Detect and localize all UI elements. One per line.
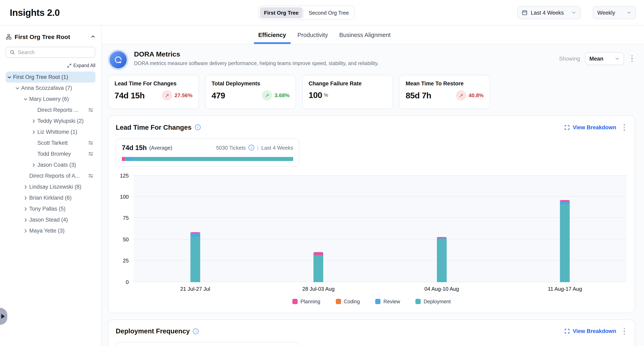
phase-segment-planning [122,157,125,161]
deployment-frequency-kebab-menu-icon[interactable] [621,326,627,336]
search-input[interactable] [18,49,91,55]
filter-sliders-icon[interactable] [88,151,94,156]
chevron-right-icon[interactable] [22,195,29,200]
legend-swatch-coding [336,299,341,304]
org-toggle-second-org-tree[interactable]: Second Org Tree [305,7,353,18]
metric-card-value: 100 [308,90,322,100]
gridline [134,260,626,261]
metric-card-value-row: 74d 15h↗27.56% [114,90,192,100]
lead-time-kebab-menu-icon[interactable] [621,122,627,132]
chevron-down-icon[interactable] [22,97,29,101]
info-icon[interactable]: i [195,125,200,130]
filter-sliders-icon[interactable] [88,107,94,113]
gridline [134,282,626,282]
main-content: EfficiencyProductivityBusiness Alignment… [102,26,644,346]
summary-suffix: (Average) [149,144,172,151]
expand-corners-icon [564,329,570,334]
legend-label: Review [384,299,400,304]
metric-card-unit: % [324,92,328,98]
tree-item-label: Lindsay Liszewski (8) [29,184,82,190]
dashboard-content: DORA Metrics DORA metrics measure softwa… [102,44,644,346]
tree-item-teddy-wylupski-2[interactable]: Teddy Wylupski (2) [6,115,96,126]
summary-meta: 5030 Tickets i | Last 4 Weeks [216,144,293,151]
tree-item-label: Jason Coats (3) [37,162,76,168]
view-breakdown-link[interactable]: View Breakdown [564,124,616,130]
trend-up-arrow-icon: ↗ [162,90,172,100]
metric-card-change-failure-rate: Change Failure Rate100% [302,75,393,109]
tree-item-direct-reports-of-a[interactable]: Direct Reports of A... [6,170,96,181]
tree-item-label: First Org Tree Root (1) [13,74,68,80]
stacked-bar-28-jul-03-aug[interactable] [314,252,324,282]
gridline [134,218,626,218]
tree-item-jason-coats-3[interactable]: Jason Coats (3) [6,159,96,170]
date-range-value: Last 4 Weeks [531,10,564,16]
aggregation-select[interactable]: Mean [585,52,624,65]
deployment-summary-card [116,342,299,346]
filter-sliders-icon[interactable] [88,140,94,145]
sidebar-collapse-chevron-up-icon[interactable] [90,34,96,39]
chevron-right-icon[interactable] [22,217,29,222]
info-icon[interactable]: i [248,145,254,150]
chevron-right-icon[interactable] [22,206,29,211]
date-range-select[interactable]: Last 4 Weeks [517,6,581,19]
chevron-down-icon[interactable] [14,86,21,90]
tree-item-tony-pallas-5[interactable]: Tony Pallas (5) [6,203,96,214]
tree-item-scott-tarkett[interactable]: Scott Tarkett [6,137,96,148]
filter-sliders-icon[interactable] [88,173,94,179]
tickets-count: 5030 Tickets [216,144,246,151]
tree-item-todd-bromley[interactable]: Todd Bromley [6,148,96,159]
chevron-right-icon[interactable] [22,184,29,189]
tree-item-lindsay-liszewski-8[interactable]: Lindsay Liszewski (8) [6,181,96,192]
lead-time-panel-header: Lead Time For Changes i View Breakdown [116,122,627,132]
tree-item-jason-stead-4[interactable]: Jason Stead (4) [6,214,96,225]
y-axis-label: 75 [123,215,129,221]
legend-swatch-review [376,299,381,304]
view-breakdown-link[interactable]: View Breakdown [564,328,616,334]
legend-swatch-planning [292,299,298,304]
chevron-right-icon[interactable] [30,129,37,134]
metric-card-value: 74d 15h [114,90,145,100]
dora-description: DORA metrics measure software delivery p… [134,61,379,66]
tree-item-label: Tony Pallas (5) [29,206,66,212]
x-axis-label: 21 Jul-27 Jul [134,286,257,292]
org-tree-toggle: First Org Tree Second Org Tree [258,6,355,20]
legend-item-coding: Coding [336,299,360,304]
view-breakdown-label: View Breakdown [573,124,616,130]
tab-efficiency[interactable]: Efficiency [252,26,292,44]
org-tree: First Org Tree Root (1)Anna Scozzafava (… [6,72,96,236]
top-bar: Insights 2.0 First Org Tree Second Org T… [0,0,644,25]
stacked-bar-21-jul-27-jul[interactable] [190,232,200,282]
stacked-bar-04-aug-10-aug[interactable] [437,237,447,282]
meta-divider: | [257,144,258,151]
bar-segment-deployment [437,238,447,282]
info-icon[interactable]: i [193,328,199,334]
tab-productivity[interactable]: Productivity [292,26,334,44]
stacked-bar-11-aug-17-aug[interactable] [560,200,570,282]
bar-segment-deployment [314,256,324,282]
org-toggle-first-org-tree[interactable]: First Org Tree [260,7,303,18]
dora-cycle-icon [110,51,127,68]
expand-all-button[interactable]: Expand All [6,63,96,68]
legend-label: Planning [300,299,320,304]
tree-item-maya-yette-3[interactable]: Maya Yette (3) [6,225,96,236]
tree-item-label: Direct Reports ... [37,107,78,113]
tree-item-label: Todd Bromley [37,151,71,157]
granularity-select[interactable]: Weekly [593,6,636,19]
tab-business-alignment[interactable]: Business Alignment [334,26,396,44]
dora-kebab-menu-icon[interactable] [629,54,635,64]
chevron-right-icon[interactable] [30,118,37,123]
tree-item-brian-kirkland-6[interactable]: Brian Kirkland (6) [6,192,96,203]
tree-item-anna-scozzafava-7[interactable]: Anna Scozzafava (7) [6,83,96,94]
tree-item-direct-reports[interactable]: Direct Reports ... [6,104,96,115]
bar-segment-deployment [560,204,570,282]
chevron-down-icon[interactable] [6,75,13,79]
chevron-right-icon[interactable] [30,162,37,167]
chevron-right-icon[interactable] [22,228,29,233]
page-title: Insights 2.0 [10,7,60,18]
topbar-controls: Last 4 Weeks Weekly [517,6,636,19]
tabs: EfficiencyProductivityBusiness Alignment [252,26,396,44]
bar-segment-deployment [190,237,200,282]
tree-item-mary-lowery-6[interactable]: Mary Lowery (6) [6,94,96,104]
tree-item-first-org-tree-root-1[interactable]: First Org Tree Root (1) [6,72,96,83]
tree-item-liz-whittome-1[interactable]: Liz Whittome (1) [6,126,96,137]
